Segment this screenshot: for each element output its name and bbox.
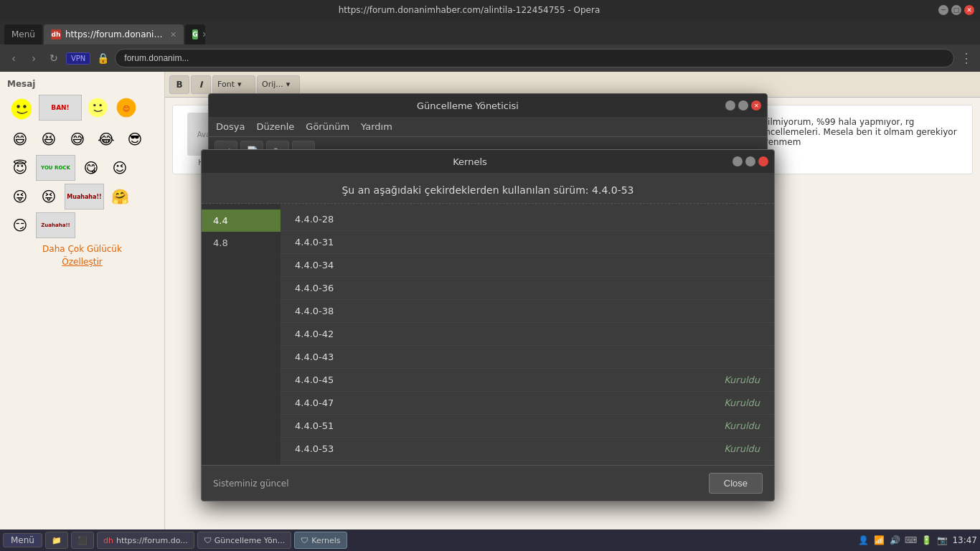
list-item[interactable]: Muahaha!! bbox=[65, 184, 104, 209]
files-icon: 📁 bbox=[52, 536, 62, 545]
vpn-badge[interactable]: VPN bbox=[66, 52, 90, 65]
camera-icon: 📷 bbox=[936, 534, 948, 546]
bold-button[interactable]: B bbox=[169, 75, 189, 94]
reload-button[interactable]: ↻ bbox=[46, 50, 62, 66]
kernel-status: Kuruldu bbox=[724, 443, 760, 454]
taskbar-terminal-button[interactable]: ⬛ bbox=[71, 532, 94, 549]
user-icon: 👤 bbox=[857, 534, 869, 546]
list-item[interactable]: Zuahaha!! bbox=[36, 212, 75, 238]
list-item[interactable]: 😏 bbox=[7, 212, 33, 238]
list-item[interactable]: 😂 bbox=[93, 126, 119, 152]
um-menu-gorunum[interactable]: Görünüm bbox=[306, 118, 349, 135]
list-item[interactable]: 😎 bbox=[122, 126, 148, 152]
um-menu-yardim[interactable]: Yardım bbox=[361, 118, 392, 135]
taskbar-updater-button[interactable]: 🛡 Güncelleme Yön... bbox=[197, 532, 292, 549]
um-title: Güncelleme Yöneticisi bbox=[215, 100, 721, 111]
kd-version-48[interactable]: 4.8 bbox=[202, 232, 281, 254]
table-row[interactable]: 4.4.0-42 bbox=[281, 323, 774, 346]
table-row[interactable]: 4.4.0-47Kuruldu bbox=[281, 392, 774, 415]
forward-button[interactable]: › bbox=[26, 50, 42, 66]
browser-tabs: Menü dh https://forum.donanim... ✕ G ✕ bbox=[0, 20, 980, 44]
table-row[interactable]: 4.4.0-43 bbox=[281, 346, 774, 369]
list-item[interactable]: 😋 bbox=[78, 155, 104, 181]
kernel-name: 4.4.0-51 bbox=[295, 420, 724, 431]
list-item[interactable]: 😝 bbox=[36, 184, 62, 209]
table-row[interactable]: 4.4.0-38 bbox=[281, 300, 774, 323]
kd-kernel-list: 4.4.0-284.4.0-314.4.0-344.4.0-364.4.0-38… bbox=[281, 204, 774, 465]
tab-menu[interactable]: Menü bbox=[4, 24, 42, 44]
list-item[interactable]: 😄 bbox=[7, 126, 33, 152]
list-item[interactable]: BAN! bbox=[39, 95, 82, 121]
more-smileys-label[interactable]: Daha Çok Gülücük bbox=[7, 244, 157, 254]
kd-header-text: Şu an aşağıdaki çekirdeklerden kullanıla… bbox=[202, 173, 774, 204]
kernel-name: 4.4.0-43 bbox=[295, 352, 760, 362]
taskbar-time: 13:47 bbox=[952, 535, 977, 545]
kd-footer: Sisteminiz güncel Close bbox=[202, 465, 774, 501]
apps-button[interactable]: ⋮ bbox=[958, 50, 974, 66]
table-row[interactable]: 4.4.0-53Kuruldu bbox=[281, 438, 774, 461]
taskbar-kernels-button[interactable]: 🛡 Kernels bbox=[294, 532, 347, 549]
um-minimize-button[interactable] bbox=[725, 100, 735, 110]
table-row[interactable]: 4.4.0-31 bbox=[281, 231, 774, 254]
svg-text:😊: 😊 bbox=[123, 105, 130, 113]
kd-version-44[interactable]: 4.4 bbox=[202, 209, 281, 232]
kd-maximize-button[interactable] bbox=[745, 156, 755, 166]
kd-status-text: Sisteminiz güncel bbox=[213, 479, 703, 489]
tab-other-close[interactable]: ✕ bbox=[202, 30, 206, 39]
list-item[interactable] bbox=[85, 95, 110, 121]
kd-minimize-button[interactable] bbox=[732, 156, 743, 166]
security-icon: 🔒 bbox=[95, 50, 110, 66]
list-item[interactable]: 😜 bbox=[7, 184, 33, 209]
browser-title: https://forum.donanimhaber.com/alintila-… bbox=[6, 5, 933, 15]
table-row[interactable]: 4.4.0-45Kuruldu bbox=[281, 369, 774, 392]
italic-button[interactable]: I bbox=[191, 75, 211, 94]
minimize-button[interactable]: ─ bbox=[938, 5, 948, 15]
um-menu-dosya[interactable]: Dosya bbox=[216, 118, 245, 135]
list-item[interactable]: 😇 bbox=[7, 155, 33, 181]
kernel-name: 4.4.0-47 bbox=[295, 397, 724, 408]
original-dropdown[interactable]: Orij... ▾ bbox=[257, 75, 300, 94]
kernel-status: Kuruldu bbox=[724, 420, 760, 431]
chevron-down-icon: ▾ bbox=[237, 80, 242, 89]
kd-close-btn[interactable]: Close bbox=[709, 473, 763, 494]
back-button[interactable]: ‹ bbox=[6, 50, 22, 66]
um-close-button[interactable]: ✕ bbox=[751, 100, 761, 110]
taskbar: Menü 📁 ⬛ dh https://forum.do... 🛡 Güncel… bbox=[0, 529, 980, 551]
battery-icon: 🔋 bbox=[920, 534, 932, 546]
list-item[interactable]: 😉 bbox=[107, 155, 133, 181]
table-row[interactable]: 4.4.0-51Kuruldu bbox=[281, 415, 774, 438]
list-item[interactable]: YOU ROCK bbox=[36, 155, 75, 181]
tab-forum[interactable]: dh https://forum.donanim... ✕ bbox=[44, 24, 184, 44]
keyboard-icon: ⌨ bbox=[905, 534, 916, 546]
address-bar[interactable] bbox=[115, 49, 954, 67]
tab-forum-close[interactable]: ✕ bbox=[170, 30, 176, 39]
table-row[interactable]: 4.4.0-34 bbox=[281, 254, 774, 277]
table-row[interactable]: 4.4.0-28 bbox=[281, 208, 774, 231]
kd-window-controls bbox=[732, 156, 768, 166]
list-item[interactable]: 😆 bbox=[36, 126, 62, 152]
list-item[interactable]: 😊 bbox=[113, 95, 139, 121]
tab-other[interactable]: G ✕ bbox=[185, 24, 205, 44]
table-row[interactable]: 4.4.0-36 bbox=[281, 277, 774, 300]
maximize-button[interactable]: □ bbox=[951, 5, 961, 15]
um-window-controls: ✕ bbox=[725, 100, 761, 110]
list-item[interactable]: 😅 bbox=[65, 126, 90, 152]
kd-close-button[interactable] bbox=[758, 156, 768, 166]
kernel-name: 4.4.0-31 bbox=[295, 237, 760, 248]
browser-icon: dh bbox=[103, 536, 113, 545]
kernels-dialog: Kernels Şu an aşağıdaki çekirdeklerden k… bbox=[201, 149, 775, 501]
kernel-name: 4.4.0-45 bbox=[295, 375, 724, 385]
taskbar-browser-button[interactable]: dh https://forum.do... bbox=[97, 532, 194, 549]
customize-link[interactable]: Özelleştir bbox=[7, 257, 157, 267]
browser-navbar: ‹ › ↻ VPN 🔒 ⋮ bbox=[0, 44, 980, 72]
close-button[interactable]: ✕ bbox=[964, 5, 974, 15]
um-menu-duzenle[interactable]: Düzenle bbox=[256, 118, 294, 135]
window-controls: ─ □ ✕ bbox=[938, 5, 974, 15]
taskbar-files-button[interactable]: 📁 bbox=[45, 532, 68, 549]
list-item[interactable]: 🤗 bbox=[107, 184, 133, 209]
taskbar-menu-button[interactable]: Menü bbox=[3, 533, 42, 547]
font-dropdown[interactable]: Font ▾ bbox=[212, 75, 255, 94]
tab-forum-label: https://forum.donanim... bbox=[65, 29, 166, 39]
list-item[interactable] bbox=[7, 95, 36, 123]
um-maximize-button[interactable] bbox=[738, 100, 748, 110]
